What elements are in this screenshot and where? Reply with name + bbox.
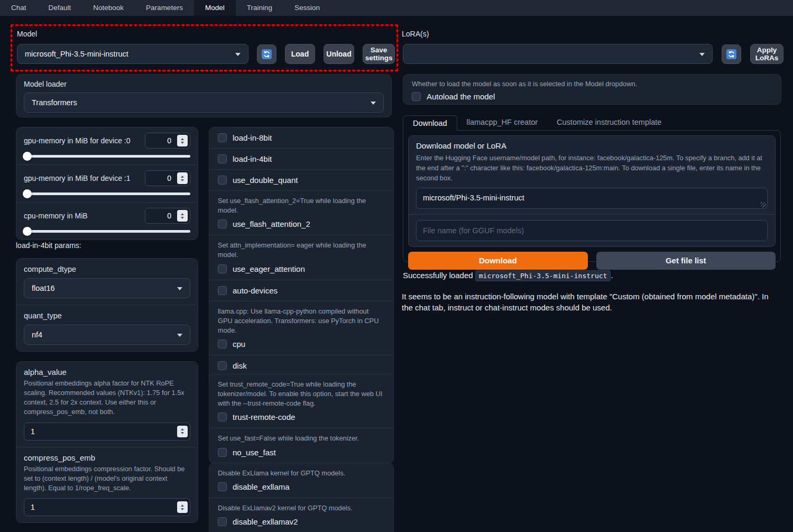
checkbox-row: Set use_flash_attention_2=True while loa… [209, 190, 393, 235]
nav-tab-chat[interactable]: Chat [0, 0, 38, 16]
disable-exllamav2-info: Disable ExLlamav2 kernel for GPTQ models… [218, 503, 385, 513]
download-heading: Download model or LoRA [416, 141, 768, 150]
cpu-memory-number-input[interactable]: 0 [145, 208, 190, 224]
autoload-panel: Whether to load the model as soon as it … [403, 74, 781, 105]
refresh-icon [262, 49, 272, 59]
checkbox-row: Set trust_remote_code=True while loading… [209, 374, 393, 428]
quant-type-value: nf4 [32, 331, 42, 339]
get-file-list-button[interactable]: Get file list [596, 252, 776, 270]
unload-button[interactable]: Unload [324, 44, 354, 64]
template-info-message: It seems to be an instruction-following … [402, 291, 772, 314]
model-loader-value: Transformers [32, 98, 77, 107]
compress-pos-emb-info: Positional embeddings compression factor… [24, 464, 190, 493]
load-button[interactable]: Load [285, 44, 315, 64]
spinner-control[interactable] [177, 501, 188, 513]
compute-dtype-label: compute_dtype [24, 265, 190, 273]
disable-exllama-info: Disable ExLlama kernel for GPTQ models. [218, 469, 385, 478]
spinner-control[interactable] [177, 172, 188, 184]
checkbox-row: disk [209, 355, 393, 376]
nav-tab-session[interactable]: Session [283, 0, 331, 16]
disable-exllama-checkbox[interactable] [218, 482, 227, 491]
disk-checkbox[interactable] [218, 361, 227, 370]
download-tab-content: Download model or LoRA Enter the Hugging… [403, 130, 781, 262]
slider-handle[interactable] [23, 152, 32, 161]
load-in-4bit-params-label: load-in-4bit params: [16, 241, 81, 250]
cpu-info: llama.cpp: Use llama-cpp-python compiled… [218, 307, 385, 335]
model-path-textarea[interactable]: microsoft/Phi-3.5-mini-instruct [416, 188, 768, 209]
apply-loras-button[interactable]: Apply LoRAs [750, 44, 783, 64]
status-prefix: Successfully loaded [403, 271, 473, 280]
no-use-fast-checkbox[interactable] [218, 448, 227, 457]
nav-tab-notebook[interactable]: Notebook [82, 0, 135, 16]
use-double-quant-checkbox[interactable] [218, 176, 227, 185]
disk-label: disk [233, 361, 247, 370]
spinner-control[interactable] [177, 210, 188, 222]
gpu-memory-1-label: gpu-memory in MiB for device :1 [24, 174, 131, 182]
disable-exllamav2-checkbox[interactable] [218, 517, 227, 526]
slider-handle[interactable] [23, 227, 32, 236]
autoload-checkbox-label: Autoload the model [427, 92, 495, 101]
alpha-value-block: alpha_value Positional embeddings alpha … [16, 362, 198, 447]
slider-row: gpu-memory in MiB for device :1 0 [16, 164, 198, 202]
lora-label: LoRA(s) [402, 30, 429, 38]
tab-llamacpp-hf-creator[interactable]: llamacpp_HF creator [457, 115, 548, 130]
slider-handle[interactable] [23, 189, 32, 198]
download-button[interactable]: Download [408, 252, 588, 270]
model-label: Model [17, 30, 37, 38]
quant-type-block: quant_type nf4 [16, 305, 198, 351]
chevron-down-icon [177, 287, 182, 290]
use-eager-attention-checkbox[interactable] [218, 264, 227, 273]
model-dropdown[interactable]: microsoft_Phi-3.5-mini-instruct [17, 44, 248, 64]
slider-row: gpu-memory in MiB for device :0 0 [16, 127, 198, 164]
cpu-memory-label: cpu-memory in MiB [24, 212, 88, 220]
autoload-checkbox[interactable] [412, 92, 421, 101]
lora-dropdown[interactable] [403, 44, 713, 64]
load-in-4bit-label: load-in-4bit [233, 154, 272, 163]
gpu-memory-1-number-input[interactable]: 0 [145, 170, 190, 186]
quant-type-dropdown[interactable]: nf4 [24, 325, 190, 345]
trust-remote-code-checkbox[interactable] [218, 412, 227, 421]
model-loader-dropdown[interactable]: Transformers [24, 93, 384, 113]
checkbox-row: Set use_fast=False while loading the tok… [209, 428, 393, 463]
chevron-down-icon [177, 334, 182, 337]
alpha-value-info: Positional embeddings alpha factor for N… [24, 379, 190, 417]
use-flash-attention-2-checkbox[interactable] [218, 219, 227, 228]
auto-devices-checkbox[interactable] [218, 286, 227, 295]
load-in-4bit-checkbox[interactable] [218, 154, 227, 163]
trust-remote-code-info: Set trust_remote_code=True while loading… [218, 380, 385, 408]
lora-refresh-button[interactable] [722, 44, 741, 64]
cpu-memory-slider[interactable] [24, 230, 190, 233]
tab-customize-instruction-template[interactable]: Customize instruction template [547, 115, 671, 130]
download-group: Download model or LoRA Enter the Hugging… [408, 135, 776, 247]
model-dropdown-value: microsoft_Phi-3.5-mini-instruct [25, 50, 128, 58]
spinner-control[interactable] [177, 135, 188, 146]
spinner-control[interactable] [177, 426, 188, 437]
checkbox-row: Disable ExLlama kernel for GPTQ models. … [209, 463, 393, 498]
cpu-checkbox[interactable] [218, 340, 227, 348]
load-in-8bit-checkbox[interactable] [218, 133, 227, 142]
gguf-file-name-input[interactable]: File name (for GGUF models) [416, 220, 768, 241]
nav-tab-training[interactable]: Training [236, 0, 283, 16]
cpu-memory-value: 0 [167, 212, 171, 220]
nav-tab-default[interactable]: Default [38, 0, 82, 16]
alpha-value-input[interactable]: 1 [24, 423, 190, 441]
load-in-8bit-label: load-in-8bit [233, 133, 272, 142]
gpu-memory-0-number-input[interactable]: 0 [145, 133, 190, 149]
tab-download[interactable]: Download [403, 115, 457, 131]
loaded-model-code: microsoft_Phi-3.5-mini-instruct [475, 270, 611, 281]
cpu-label: cpu [233, 340, 245, 348]
gpu-memory-0-value: 0 [167, 136, 171, 145]
gpu-memory-0-label: gpu-memory in MiB for device :0 [24, 136, 131, 145]
nav-tab-model[interactable]: Model [194, 0, 236, 16]
model-refresh-button[interactable] [257, 44, 276, 64]
compress-pos-emb-input[interactable]: 1 [24, 498, 190, 516]
nav-tab-parameters[interactable]: Parameters [135, 0, 194, 16]
checkbox-row: llama.cpp: Use llama-cpp-python compiled… [209, 301, 393, 355]
gpu-memory-1-slider[interactable] [24, 192, 190, 195]
memory-sliders-panel: gpu-memory in MiB for device :0 0 gpu-me… [16, 127, 198, 240]
save-settings-button[interactable]: Save settings [363, 44, 395, 64]
compute-dtype-dropdown[interactable]: float16 [24, 278, 190, 298]
model-loader-label: Model loader [24, 80, 384, 88]
gpu-memory-0-slider[interactable] [24, 155, 190, 158]
compute-dtype-value: float16 [32, 284, 55, 292]
